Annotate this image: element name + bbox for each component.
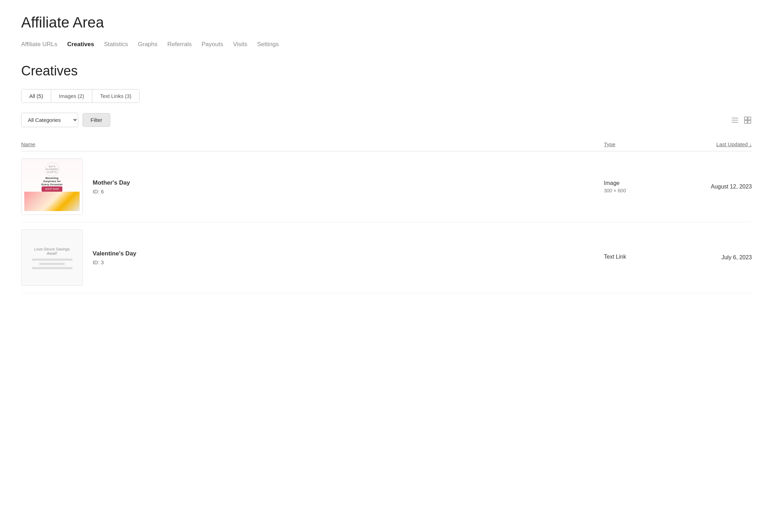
text-link-line-2: [39, 263, 65, 265]
banner-text: BloomingSurprises forEvery Occasion: [41, 177, 62, 186]
type-label: Image: [604, 180, 674, 186]
col-name[interactable]: Name: [21, 141, 604, 147]
nav-referrals[interactable]: Referrals: [167, 41, 192, 49]
section-title: Creatives: [21, 63, 752, 79]
creative-info: Mother's Day ID: 6: [93, 179, 130, 194]
controls-left: All Categories Seasonal Holiday Promotio…: [21, 113, 110, 127]
creative-info: Valentine's Day ID: 3: [93, 250, 136, 265]
nav-affiliate-urls[interactable]: Affiliate URLs: [21, 41, 57, 49]
view-controls: [731, 116, 752, 124]
svg-rect-4: [748, 117, 751, 120]
creative-id: ID: 3: [93, 259, 136, 265]
tab-all[interactable]: All (5): [21, 89, 51, 103]
type-dimensions: 300 × 600: [604, 188, 674, 193]
nav-payouts[interactable]: Payouts: [202, 41, 223, 49]
type-label: Text Link: [604, 254, 674, 260]
table-row: ALF'S FLOWERS & GIFTS BloomingSurprises …: [21, 151, 752, 222]
page-title: Affiliate Area: [21, 14, 752, 31]
flower-image: [24, 192, 80, 211]
shop-now-button: SHOP NOW: [42, 186, 62, 192]
svg-rect-5: [744, 120, 747, 123]
creative-name: Valentine's Day: [93, 250, 136, 257]
category-select[interactable]: All Categories Seasonal Holiday Promotio…: [21, 113, 78, 127]
nav-settings[interactable]: Settings: [257, 41, 279, 49]
filter-button[interactable]: Filter: [82, 113, 110, 127]
creative-id: ID: 6: [93, 188, 130, 194]
brand-logo: ALF'S FLOWERS & GIFTS: [45, 162, 59, 177]
filter-tabs: All (5) Images (2) Text Links (3): [21, 89, 140, 103]
text-link-line-1: [32, 259, 73, 261]
col-last-updated[interactable]: Last Updated ↓: [674, 141, 752, 147]
nav-graphs[interactable]: Graphs: [138, 41, 157, 49]
date-cell: July 6, 2023: [674, 254, 752, 261]
tab-text-links[interactable]: Text Links (3): [92, 89, 139, 103]
flower-banner-image: ALF'S FLOWERS & GIFTS BloomingSurprises …: [21, 159, 82, 215]
table-header: Name Type Last Updated ↓: [21, 138, 752, 151]
creative-thumbnail: ALF'S FLOWERS & GIFTS BloomingSurprises …: [21, 159, 83, 215]
date-cell: August 12, 2023: [674, 184, 752, 190]
list-view-icon[interactable]: [731, 116, 739, 124]
table-row: Love-Struck Savings Await! Valentine's D…: [21, 222, 752, 293]
grid-view-icon[interactable]: [743, 116, 752, 124]
svg-rect-6: [748, 120, 751, 123]
controls-row: All Categories Seasonal Holiday Promotio…: [21, 113, 752, 127]
col-type[interactable]: Type: [604, 141, 674, 147]
nav-visits[interactable]: Visits: [233, 41, 247, 49]
creative-thumbnail-text: Love-Struck Savings Await!: [21, 229, 83, 286]
creative-cell: ALF'S FLOWERS & GIFTS BloomingSurprises …: [21, 159, 604, 215]
text-link-title: Love-Struck Savings Await!: [26, 245, 78, 258]
nav-statistics[interactable]: Statistics: [104, 41, 128, 49]
svg-rect-3: [744, 117, 747, 120]
main-nav: Affiliate URLs Creatives Statistics Grap…: [21, 41, 752, 49]
creative-cell: Love-Struck Savings Await! Valentine's D…: [21, 229, 604, 286]
type-cell: Image 300 × 600: [604, 180, 674, 193]
text-link-preview: Love-Struck Savings Await!: [26, 235, 78, 280]
nav-creatives[interactable]: Creatives: [67, 41, 94, 49]
text-link-line-3: [32, 267, 73, 269]
creative-name: Mother's Day: [93, 179, 130, 186]
tab-images[interactable]: Images (2): [51, 89, 92, 103]
type-cell: Text Link: [604, 254, 674, 261]
